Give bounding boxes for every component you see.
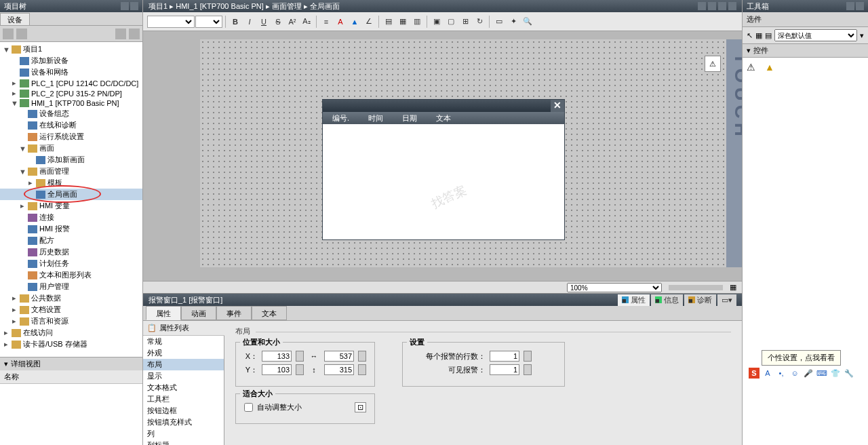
- warning-control-icon[interactable]: ⚠: [747, 62, 759, 73]
- property-list-item[interactable]: 列标题: [143, 440, 224, 445]
- hmi-canvas[interactable]: TOUCH ⚠ ✕ 编号. 时间 日期 文本 找答案: [200, 39, 742, 267]
- strike-button[interactable]: S: [271, 15, 285, 28]
- superscript-button[interactable]: A²: [285, 15, 299, 28]
- tree-node[interactable]: 历史数据: [0, 246, 142, 258]
- toolbar-icon[interactable]: [115, 28, 126, 39]
- detail-header[interactable]: ▾ 详细视图: [0, 357, 142, 370]
- property-list-item[interactable]: 工具栏: [143, 393, 224, 405]
- toolbar-icon[interactable]: [129, 28, 140, 39]
- subscript-button[interactable]: A₂: [300, 15, 313, 28]
- linecolor-button[interactable]: ∠: [362, 15, 376, 28]
- auto-size-checkbox[interactable]: [244, 403, 253, 412]
- reset-size-button[interactable]: ⊡: [355, 402, 366, 412]
- project-tree[interactable]: ▼项目1添加新设备设备和网络▸PLC_1 [CPU 1214C DC/DC/DC…: [0, 42, 142, 357]
- tree-node[interactable]: ▸读卡器/USB 存储器: [0, 338, 142, 350]
- tree-node[interactable]: ▼画面管理: [0, 166, 142, 177]
- settings-tooltip[interactable]: 个性设置，点我看看: [762, 350, 841, 366]
- property-list-item[interactable]: 布局: [143, 359, 224, 370]
- tree-node[interactable]: ▼画面: [0, 142, 142, 154]
- restore-icon[interactable]: [718, 2, 726, 10]
- property-list-item[interactable]: 按钮填充样式: [143, 417, 224, 428]
- italic-button[interactable]: I: [243, 15, 256, 28]
- ime-skin-icon[interactable]: 👕: [830, 368, 841, 379]
- y-input[interactable]: [262, 364, 292, 375]
- panel-icon[interactable]: [130, 2, 138, 10]
- maximize-icon[interactable]: [708, 2, 716, 10]
- property-list-item[interactable]: 外观: [143, 347, 224, 359]
- tree-node[interactable]: 连接: [0, 212, 142, 223]
- property-list-item[interactable]: 列: [143, 428, 224, 440]
- tree-node[interactable]: 用户管理: [0, 281, 142, 292]
- align-button[interactable]: ≡: [319, 15, 333, 28]
- zoom-button[interactable]: 🔍: [521, 15, 534, 28]
- tree-node[interactable]: ▸PLC_1 [CPU 1214C DC/DC/DC]: [0, 78, 142, 88]
- tree-node[interactable]: ▼HMI_1 [KTP700 Basic PN]: [0, 98, 142, 108]
- rotate-button[interactable]: ↻: [473, 15, 486, 28]
- layout-icon[interactable]: ▤: [765, 31, 772, 40]
- font-select[interactable]: [147, 16, 195, 28]
- toolbar-icon[interactable]: [16, 28, 27, 39]
- tree-node[interactable]: ▸PLC_2 [CPU 315-2 PN/DP]: [0, 88, 142, 98]
- group-button[interactable]: ▢: [444, 15, 458, 28]
- hdr-tab-properties[interactable]: ■属性: [618, 294, 650, 306]
- spinner[interactable]: [296, 351, 304, 362]
- dialog-close-button[interactable]: ✕: [551, 100, 564, 112]
- property-list-item[interactable]: 文本格式: [143, 382, 224, 393]
- align-right-button[interactable]: ▥: [410, 15, 424, 28]
- tree-node[interactable]: 设备和网络: [0, 66, 142, 78]
- dialog-titlebar[interactable]: ✕: [323, 100, 564, 112]
- panel-icon[interactable]: [121, 2, 129, 10]
- tree-node[interactable]: 运行系统设置: [0, 131, 142, 142]
- hdr-collapse-button[interactable]: ▭▾: [717, 294, 736, 306]
- tree-node[interactable]: ▸语言和资源: [0, 315, 142, 327]
- tab-text[interactable]: 文本: [252, 306, 287, 320]
- bold-button[interactable]: B: [229, 15, 242, 28]
- tree-node[interactable]: 添加新设备: [0, 55, 142, 66]
- close-icon[interactable]: [728, 2, 736, 10]
- align-center-button[interactable]: ▦: [396, 15, 410, 28]
- tree-node[interactable]: ▸在线访问: [0, 327, 142, 338]
- tree-node[interactable]: ▸模板: [0, 177, 142, 189]
- scroll-icon[interactable]: ▦: [730, 283, 736, 292]
- distribute-button[interactable]: ⊞: [458, 15, 472, 28]
- spinner[interactable]: [524, 364, 532, 375]
- ime-emoji-icon[interactable]: ☺: [789, 368, 800, 379]
- property-list-item[interactable]: 显示: [143, 370, 224, 382]
- dropdown-icon[interactable]: ▾: [860, 31, 864, 40]
- snap-button[interactable]: ✦: [507, 15, 520, 28]
- tree-node[interactable]: 全局画面: [0, 189, 142, 200]
- toolbar-icon[interactable]: [3, 28, 14, 39]
- tree-node[interactable]: 文本和图形列表: [0, 269, 142, 281]
- align-left-button[interactable]: ▤: [382, 15, 395, 28]
- ime-tool-icon[interactable]: 🔧: [844, 368, 854, 379]
- warning-indicator[interactable]: ⚠: [705, 56, 721, 72]
- tree-node[interactable]: 添加新画面: [0, 154, 142, 166]
- fontcolor-button[interactable]: A: [334, 15, 347, 28]
- grid-icon[interactable]: ▦: [755, 31, 762, 40]
- zoom-slider[interactable]: [669, 285, 723, 290]
- tree-node[interactable]: ▸公共数据: [0, 292, 142, 304]
- warning-triangle-icon[interactable]: ▲: [765, 62, 777, 73]
- visible-alarms-input[interactable]: [490, 364, 519, 375]
- tree-node[interactable]: HMI 报警: [0, 223, 142, 235]
- alarm-rows-input[interactable]: [490, 351, 519, 362]
- tab-events[interactable]: 事件: [216, 306, 252, 320]
- zoom-select[interactable]: 100%: [567, 283, 662, 292]
- x-input[interactable]: [262, 351, 292, 362]
- spinner[interactable]: [296, 364, 304, 375]
- tab-animation[interactable]: 动画: [181, 306, 216, 320]
- ime-logo-icon[interactable]: S: [749, 368, 760, 379]
- theme-select[interactable]: 深色默认值: [774, 29, 857, 41]
- controls-header[interactable]: ▾ 控件: [743, 44, 868, 58]
- tree-node[interactable]: 设备组态: [0, 108, 142, 119]
- w-input[interactable]: [324, 351, 354, 362]
- tree-node[interactable]: ▸HMI 变量: [0, 200, 142, 212]
- minimize-icon[interactable]: [698, 2, 706, 10]
- size-select[interactable]: [195, 16, 222, 28]
- tree-node[interactable]: 配方: [0, 235, 142, 246]
- spinner[interactable]: [524, 351, 532, 362]
- panel-icon[interactable]: [846, 2, 854, 10]
- tree-node[interactable]: ▼项目1: [0, 43, 142, 55]
- property-list[interactable]: 常规外观布局显示文本格式工具栏按钮边框按钮填充样式列列标题表头边框表头填充样式样…: [143, 336, 224, 445]
- tree-node[interactable]: 计划任务: [0, 258, 142, 269]
